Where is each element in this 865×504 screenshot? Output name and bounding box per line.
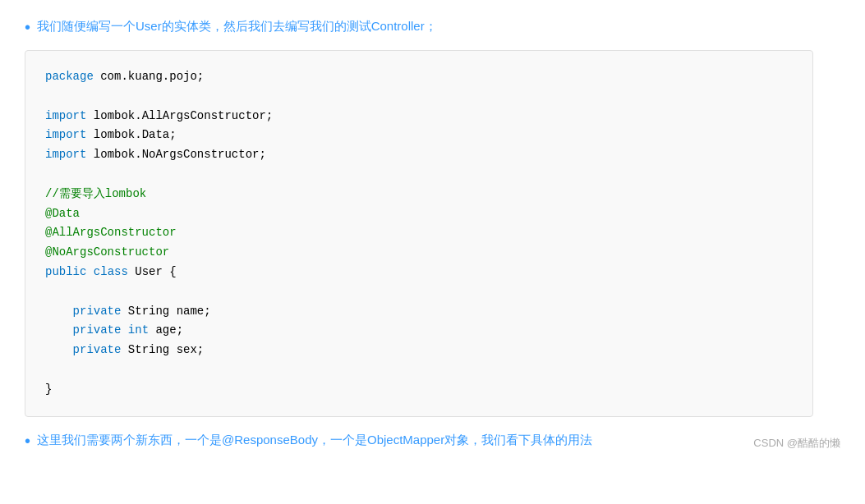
bottom-section: • 这里我们需要两个新东西，一个是@ResponseBody，一个是Object… <box>25 430 840 451</box>
code-line-7: //需要导入lombok <box>45 185 793 204</box>
bullet-dot: • <box>25 18 30 37</box>
code-line-10: @NoArgsConstructor <box>45 243 793 263</box>
code-line-9: @AllArgsConstructor <box>45 223 793 243</box>
code-line-2 <box>45 87 793 107</box>
code-line-12 <box>45 282 793 302</box>
intro-text: 我们随便编写一个User的实体类，然后我们去编写我们的测试Controller； <box>37 16 437 36</box>
code-line-15: private String sex; <box>45 341 793 360</box>
code-line-5: import lombok.NoArgsConstructor; <box>45 145 793 165</box>
bottom-bullet-dot: • <box>25 432 30 451</box>
code-block: package com.kuang.pojo; import lombok.Al… <box>25 50 813 417</box>
code-line-6 <box>45 165 793 185</box>
code-line-8: @Data <box>45 204 793 224</box>
code-line-14: private int age; <box>45 321 793 341</box>
code-line-1: package com.kuang.pojo; <box>45 67 793 87</box>
intro-bullet: • 我们随便编写一个User的实体类，然后我们去编写我们的测试Controlle… <box>25 16 840 37</box>
bottom-bullet: • 这里我们需要两个新东西，一个是@ResponseBody，一个是Object… <box>25 430 592 451</box>
code-line-4: import lombok.Data; <box>45 126 793 145</box>
code-line-13: private String name; <box>45 302 793 322</box>
code-line-11: public class User { <box>45 263 793 282</box>
csdn-watermark: CSDN @酷酷的懒 <box>753 436 840 451</box>
bottom-text: 这里我们需要两个新东西，一个是@ResponseBody，一个是ObjectMa… <box>37 430 592 450</box>
code-line-3: import lombok.AllArgsConstructor; <box>45 107 793 126</box>
code-line-16 <box>45 360 793 380</box>
code-line-17: } <box>45 380 793 400</box>
